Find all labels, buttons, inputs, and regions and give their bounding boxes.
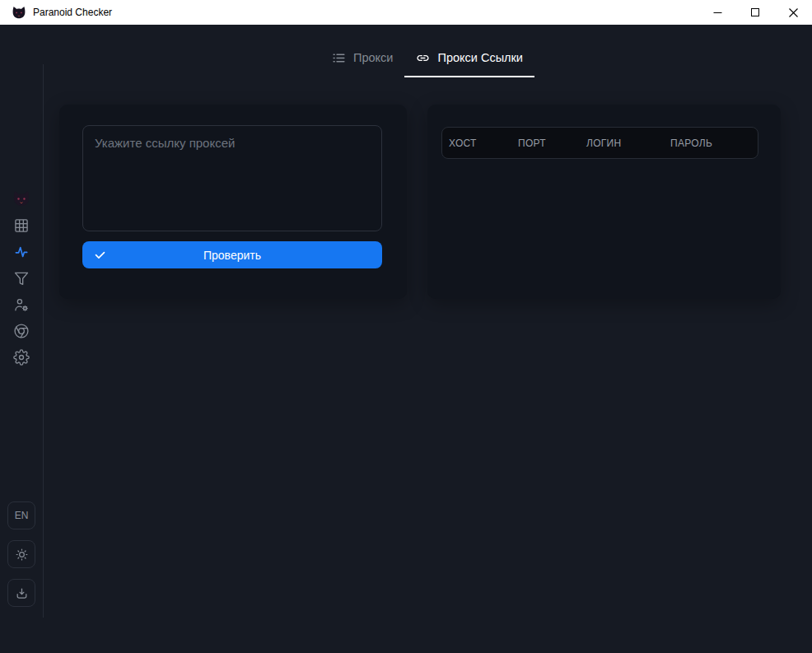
link-icon <box>416 51 430 65</box>
theme-toggle-button[interactable] <box>7 540 35 568</box>
user-gear-icon <box>13 296 30 313</box>
check-icon <box>94 249 106 261</box>
cat-logo-icon <box>12 5 26 20</box>
check-button[interactable]: Проверить <box>82 241 382 268</box>
list-icon <box>332 51 346 65</box>
sidebar-nav <box>0 189 43 366</box>
tab-proxy-links-label: Прокси Ссылки <box>437 51 522 64</box>
table-header-row: ХОСТ ПОРТ ЛОГИН ПАРОЛЬ <box>441 127 758 159</box>
sidebar-item-settings[interactable] <box>13 349 30 366</box>
cards-row: Проверить ХОСТ ПОРТ ЛОГИН ПАРОЛЬ <box>43 77 812 299</box>
column-header-port: ПОРТ <box>517 138 586 149</box>
window-controls <box>698 0 812 25</box>
proxy-link-textarea[interactable] <box>82 125 382 231</box>
minimize-button[interactable] <box>698 0 736 25</box>
check-button-label: Проверить <box>203 249 261 262</box>
sidebar-divider <box>43 64 44 618</box>
sidebar: EN <box>0 25 43 653</box>
tab-proxy-links[interactable]: Прокси Ссылки <box>404 40 534 77</box>
gear-icon <box>13 349 30 366</box>
sidebar-item-browser[interactable] <box>13 323 30 339</box>
activity-pulse-icon <box>13 244 30 260</box>
app-window: EN <box>0 25 812 653</box>
titlebar: Paranoid Checker <box>0 0 812 25</box>
close-icon <box>789 8 798 17</box>
chrome-icon <box>13 323 30 339</box>
maximize-button[interactable] <box>736 0 774 25</box>
column-header-password: ПАРОЛЬ <box>670 138 758 149</box>
sun-icon <box>15 548 29 562</box>
download-icon <box>15 586 29 600</box>
sidebar-item-table[interactable] <box>13 217 30 234</box>
tab-bar: Прокси Прокси Ссылки <box>43 25 812 77</box>
sidebar-utilities: EN <box>0 501 43 607</box>
minimize-icon <box>713 8 722 17</box>
tab-proxy[interactable]: Прокси <box>320 40 404 77</box>
grid-icon <box>13 217 30 234</box>
cat-logo-icon <box>12 189 30 208</box>
download-button[interactable] <box>7 579 35 607</box>
proxy-results-card: ХОСТ ПОРТ ЛОГИН ПАРОЛЬ <box>427 105 781 299</box>
tab-proxy-label: Прокси <box>353 51 393 64</box>
sidebar-item-accounts[interactable] <box>13 296 30 313</box>
sidebar-item-checker[interactable] <box>13 244 30 260</box>
window-title: Paranoid Checker <box>33 7 112 18</box>
sidebar-item-filter[interactable] <box>13 270 30 287</box>
language-toggle-button[interactable]: EN <box>7 501 35 529</box>
close-button[interactable] <box>774 0 812 25</box>
filter-funnel-icon <box>13 270 30 287</box>
main-content: Прокси Прокси Ссылки Проверить <box>43 25 812 653</box>
proxy-link-input-card: Проверить <box>59 105 407 299</box>
maximize-icon <box>751 8 759 16</box>
column-header-host: ХОСТ <box>448 138 517 149</box>
column-header-login: ЛОГИН <box>586 138 670 149</box>
